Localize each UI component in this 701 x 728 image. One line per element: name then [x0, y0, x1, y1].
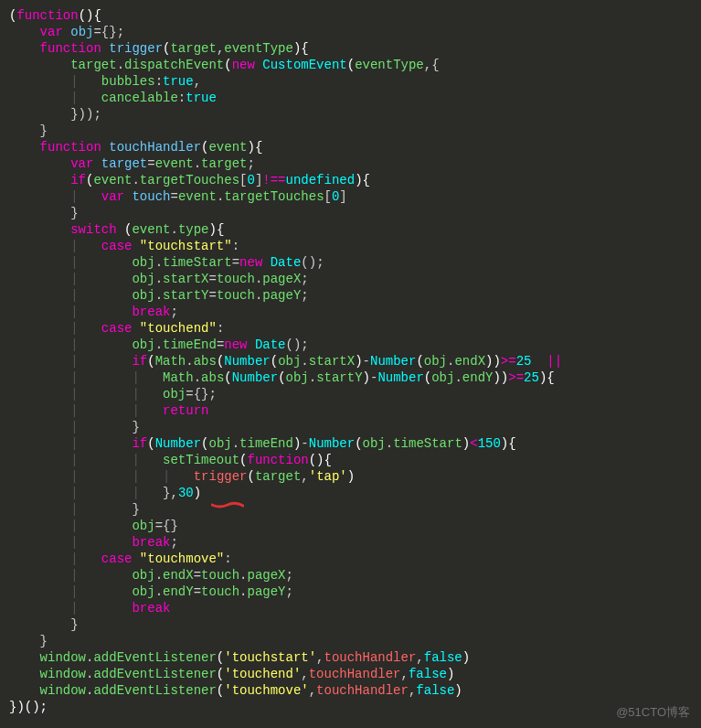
code-block: (function(){ var obj={}; function trigge…: [0, 0, 701, 723]
